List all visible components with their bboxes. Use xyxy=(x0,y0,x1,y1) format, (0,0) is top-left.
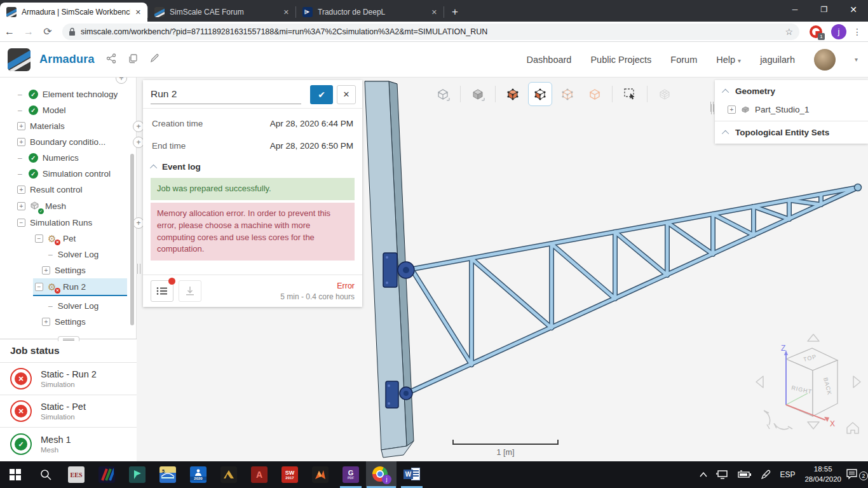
select-volume-icon[interactable] xyxy=(501,82,525,106)
taskbar-app-autodesk[interactable] xyxy=(214,461,244,488)
collapse-icon[interactable]: − xyxy=(35,234,43,243)
network-display-icon[interactable] xyxy=(712,470,733,480)
copy-icon[interactable] xyxy=(128,53,138,66)
job-row-static-pet[interactable]: ✕ Static - PetSimulation xyxy=(0,395,137,428)
tab-forum[interactable]: SimScale CAE Forum ✕ xyxy=(148,3,295,22)
tab-close-icon[interactable]: ✕ xyxy=(283,8,289,17)
tree-item-boundary-conditions[interactable]: +Boundary conditio...+ xyxy=(17,134,144,150)
render-solid-icon[interactable] xyxy=(466,82,490,106)
collapse-icon[interactable]: − xyxy=(35,283,43,291)
battery-icon[interactable] xyxy=(733,470,756,479)
tree-item-mesh[interactable]: + ✓ Mesh xyxy=(17,198,144,214)
gear-error-icon: ⚙✕ xyxy=(48,234,59,243)
select-vertex-icon[interactable] xyxy=(555,82,580,106)
notification-center-icon[interactable]: 2 xyxy=(846,466,868,483)
expand-icon[interactable]: + xyxy=(17,138,25,146)
minimize-button[interactable]: ─ xyxy=(780,0,810,19)
taskbar-app-gpdf[interactable]: GPDF xyxy=(336,461,366,488)
expand-icon[interactable]: + xyxy=(42,266,50,274)
user-avatar[interactable] xyxy=(814,49,836,71)
bookmark-star-icon[interactable]: ☆ xyxy=(785,27,793,37)
taskbar-app-matlab[interactable] xyxy=(305,461,336,488)
taskbar-app-ees[interactable]: EES xyxy=(61,461,92,488)
close-button[interactable]: ✕ xyxy=(839,0,868,19)
start-button[interactable] xyxy=(0,461,31,488)
taskbar-app-solidworks[interactable]: SW2017 xyxy=(275,461,305,488)
nav-dashboard[interactable]: Dashboard xyxy=(527,55,572,65)
select-face-icon[interactable] xyxy=(528,82,552,106)
taskbar-app-stripes[interactable] xyxy=(92,461,122,488)
job-row-static-run2[interactable]: ✕ Static - Run 2Simulation xyxy=(0,363,137,395)
render-wireframe-icon[interactable] xyxy=(431,82,455,106)
tree-item-run2-settings[interactable]: +Settings xyxy=(42,314,169,330)
view-cube[interactable]: Z X TOP RIGHT BACK xyxy=(753,331,864,436)
edit-pencil-icon[interactable] xyxy=(149,53,159,66)
tree-item-simulation-runs[interactable]: −Simulation Runs+ xyxy=(17,215,144,231)
browser-profile-avatar[interactable]: j xyxy=(831,24,846,39)
tab-close-icon[interactable]: ✕ xyxy=(135,8,141,17)
sidebar-scrollbar[interactable] xyxy=(130,154,134,325)
tree-item-model[interactable]: –✓Model xyxy=(18,102,145,118)
new-tab-button[interactable]: + xyxy=(452,6,458,18)
url-text: simscale.com/workbench/?pid=871118928163… xyxy=(81,27,780,36)
nav-help[interactable]: Help ▾ xyxy=(716,55,741,65)
tree-item-numerics[interactable]: –✓Numerics xyxy=(18,150,145,166)
taskbar-app-civil2020[interactable]: 2020 xyxy=(183,461,214,488)
tree-item-run2[interactable]: −⚙✕Run 2 xyxy=(33,278,127,296)
taskbar-app-sap2000[interactable]: 5 xyxy=(153,461,183,488)
forward-icon[interactable]: → xyxy=(19,26,38,37)
tree-item-element-technology[interactable]: –✓Element technology xyxy=(18,86,145,102)
sidebar-resize-grip[interactable] xyxy=(137,264,140,274)
expand-icon[interactable]: + xyxy=(17,202,25,210)
share-icon[interactable] xyxy=(106,53,116,66)
rotate-down-arrow xyxy=(808,422,819,429)
tab-deepl[interactable]: ⌲ Traductor de DeepL ✕ xyxy=(296,3,444,22)
expand-icon[interactable]: + xyxy=(17,122,25,130)
close-panel-button[interactable]: ✕ xyxy=(337,85,356,104)
taskbar-clock[interactable]: 18:55 28/04/2020 xyxy=(799,464,846,484)
job-row-mesh1[interactable]: ✓ Mesh 1Mesh xyxy=(0,428,137,460)
tree-item-result-control[interactable]: +Result control xyxy=(17,182,144,198)
extension-icon[interactable]: 1 xyxy=(810,25,822,38)
browser-menu-icon[interactable]: ⋮ xyxy=(853,27,862,37)
right-panel-resize-grip[interactable] xyxy=(711,104,714,114)
tab-close-icon[interactable]: ✕ xyxy=(431,8,437,17)
event-log-toggle[interactable]: Event log xyxy=(143,157,362,175)
viewport-toolbar xyxy=(431,81,677,107)
nav-username[interactable]: jaguilarh xyxy=(760,55,795,65)
select-edge-icon[interactable] xyxy=(583,82,607,106)
taskbar-app-chrome[interactable]: j xyxy=(366,461,397,488)
simulation-tree-sidebar: + –✓Element technology –✓Model +Material… xyxy=(0,78,137,461)
back-icon[interactable]: ← xyxy=(0,26,19,37)
tree-item-simulation-control[interactable]: –✓Simulation control xyxy=(18,166,145,182)
tray-expand-icon[interactable] xyxy=(695,472,712,477)
tab-armadura[interactable]: Armadura | SimScale Workbench ✕ xyxy=(0,3,147,22)
taskbar-app-autocad[interactable]: A xyxy=(244,461,275,488)
tree-item-part-studio[interactable]: + Part_Studio_1 xyxy=(715,102,868,121)
restore-button[interactable]: ❐ xyxy=(810,0,839,19)
pen-icon[interactable] xyxy=(756,470,775,480)
panel-drag-handle[interactable] xyxy=(58,336,79,341)
expand-icon[interactable]: + xyxy=(17,186,25,194)
topological-entity-sets-toggle[interactable]: Topological Entity Sets xyxy=(715,121,868,144)
expand-icon[interactable]: + xyxy=(42,318,50,326)
nav-forum[interactable]: Forum xyxy=(670,55,697,65)
language-indicator[interactable]: ESP xyxy=(775,470,799,479)
event-list-button[interactable] xyxy=(151,280,173,302)
taskbar-app-filmora[interactable] xyxy=(122,461,153,488)
chevron-down-icon[interactable]: ▾ xyxy=(855,56,858,63)
tree-item-materials[interactable]: +Materials+ xyxy=(17,118,144,134)
taskbar-app-word[interactable]: W xyxy=(397,461,427,488)
nav-public-projects[interactable]: Public Projects xyxy=(590,55,651,65)
collapse-icon[interactable]: − xyxy=(17,219,25,227)
success-status-icon: ✓ xyxy=(10,433,32,455)
run-name-input[interactable]: Run 2 xyxy=(151,86,301,104)
geometry-section-toggle[interactable]: Geometry xyxy=(715,80,868,102)
simscale-logo[interactable] xyxy=(8,48,31,71)
box-select-icon[interactable] xyxy=(618,82,642,106)
refresh-icon[interactable]: ⟳ xyxy=(38,25,57,37)
taskbar-search-icon[interactable] xyxy=(31,461,61,488)
expand-icon[interactable]: + xyxy=(728,105,736,114)
address-bar[interactable]: simscale.com/workbench/?pid=871118928163… xyxy=(62,24,799,40)
confirm-button[interactable]: ✔ xyxy=(310,85,333,104)
